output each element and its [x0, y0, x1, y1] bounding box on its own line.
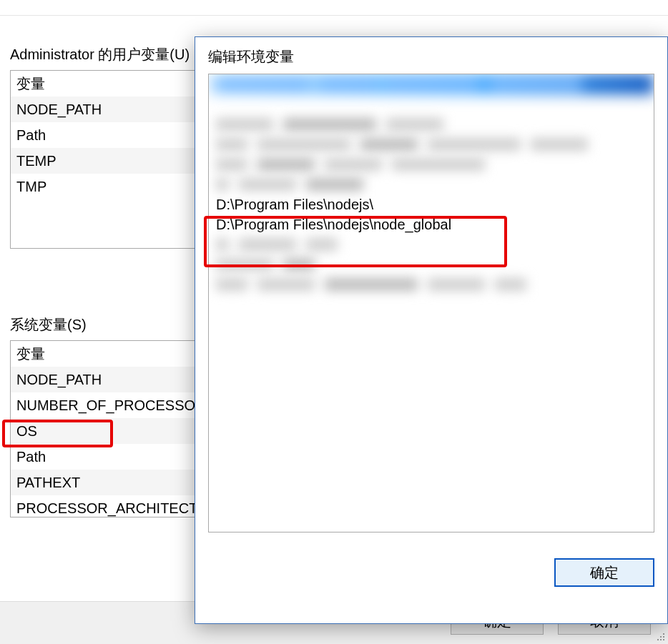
list-item[interactable]: PATHEXT	[11, 470, 195, 495]
ok-button[interactable]: 确定	[554, 558, 654, 587]
titlebar	[0, 0, 668, 16]
user-variables-list[interactable]: 变量 NODE_PATH Path TEMP TMP	[10, 70, 196, 249]
list-item[interactable]: NUMBER_OF_PROCESSORS	[11, 392, 195, 418]
list-item[interactable]: TEMP	[11, 148, 195, 174]
list-item[interactable]: NODE_PATH	[11, 367, 195, 392]
dialog-button-bar: 确定	[195, 545, 667, 587]
list-item[interactable]: PROCESSOR_ARCHITECTURE	[11, 495, 195, 517]
path-entry-redacted[interactable]	[209, 114, 654, 134]
path-entry-redacted[interactable]	[209, 234, 654, 254]
svg-rect-0	[663, 633, 664, 635]
list-item[interactable]: NODE_PATH	[11, 96, 195, 122]
system-variables-list[interactable]: 变量 NODE_PATH NUMBER_OF_PROCESSORS OS Pat…	[10, 340, 196, 517]
path-entry-redacted[interactable]	[209, 254, 654, 274]
list-item[interactable]: Path	[11, 122, 195, 148]
dialog-body: D:\Program Files\nodejs\ D:\Program File…	[195, 74, 667, 545]
path-entry-redacted-selected[interactable]	[209, 74, 654, 94]
svg-rect-5	[663, 639, 664, 640]
path-entry-redacted[interactable]	[209, 154, 654, 174]
list-column-header[interactable]: 变量	[11, 341, 195, 367]
path-entry-redacted[interactable]	[209, 274, 654, 294]
path-entry[interactable]: D:\Program Files\nodejs\	[209, 194, 654, 214]
svg-rect-1	[660, 636, 662, 638]
svg-rect-4	[660, 639, 662, 640]
edit-environment-variable-window: 编辑环境变量 D:\Program Files\nodejs\ D:\Progr…	[195, 36, 668, 624]
list-item[interactable]: TMP	[11, 174, 195, 199]
path-entry[interactable]: D:\Program Files\nodejs\node_global	[209, 214, 654, 234]
svg-rect-2	[663, 636, 664, 638]
list-item[interactable]: OS	[11, 418, 195, 444]
path-entry-redacted[interactable]	[209, 94, 654, 114]
path-entries-list[interactable]: D:\Program Files\nodejs\ D:\Program File…	[208, 74, 654, 532]
dialog-title: 编辑环境变量	[195, 37, 667, 74]
path-entry-redacted[interactable]	[209, 134, 654, 154]
list-column-header[interactable]: 变量	[11, 71, 195, 96]
list-item-path[interactable]: Path	[11, 444, 195, 470]
resize-grip-icon[interactable]	[656, 632, 666, 642]
path-entry-redacted[interactable]	[209, 174, 654, 194]
svg-rect-3	[657, 639, 659, 640]
